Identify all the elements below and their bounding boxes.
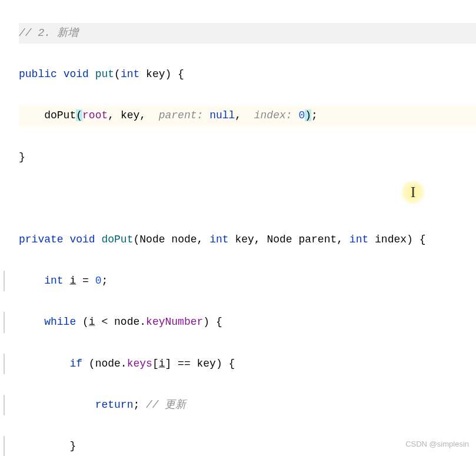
gutter-bar (4, 436, 5, 456)
code-line: // 2. 新增 (19, 23, 476, 44)
gutter-bar (4, 354, 5, 374)
method-name: doPut (101, 234, 133, 245)
identifier: i (69, 275, 76, 287)
code-editor[interactable]: // 2. 新增 public void put(int key) { doPu… (0, 0, 476, 456)
keyword: int (209, 234, 228, 245)
param: node (171, 234, 197, 245)
type: Node (267, 234, 292, 245)
param-hint: parent: (159, 109, 204, 121)
code-line: } (19, 147, 476, 168)
code-line: private void doPut(Node node, int key, N… (19, 229, 476, 250)
keyword: int (44, 275, 63, 287)
identifier: key (121, 109, 139, 121)
keyword: int (349, 234, 368, 245)
gutter-bar (4, 312, 5, 332)
keyword: null (209, 109, 235, 121)
comment: // 2. 新增 (19, 27, 78, 39)
param-hint: index: (254, 109, 292, 121)
keyword: return (95, 399, 134, 411)
gutter-bar (4, 271, 5, 291)
param: key (146, 68, 165, 80)
field: root (82, 109, 108, 121)
type: Node (139, 234, 165, 245)
method-name: put (95, 68, 114, 80)
code-line (19, 188, 476, 209)
code-line: return; // 更新 (19, 395, 476, 415)
keyword: while (44, 316, 76, 328)
keyword: private (19, 234, 64, 245)
number: 0 (95, 275, 102, 287)
code-line: int i = 0; (19, 271, 476, 291)
code-line: public void put(int key) { (19, 64, 476, 85)
watermark: CSDN @simplesin (405, 437, 469, 451)
paren-highlight: ( (76, 109, 82, 121)
field: keys (127, 358, 152, 370)
code-line: if (node.keys[i] == key) { (19, 354, 476, 374)
paren-highlight: ) (305, 109, 311, 121)
code-line: doPut(root, key, parent: null, index: 0)… (19, 105, 476, 126)
code-line: while (i < node.keyNumber) { (19, 312, 476, 332)
keyword: void (69, 234, 95, 245)
method-call: doPut (44, 109, 76, 121)
keyword: void (64, 68, 89, 80)
keyword: if (69, 358, 82, 370)
identifier: i (159, 358, 165, 370)
param: key (235, 234, 254, 245)
identifier: i (89, 316, 95, 328)
param: parent (298, 234, 337, 245)
keyword: public (19, 68, 57, 80)
param: index (375, 234, 407, 245)
comment: // 更新 (146, 399, 186, 411)
number: 0 (298, 109, 305, 121)
field: keyNumber (146, 316, 203, 328)
gutter-bar (4, 395, 5, 415)
keyword: int (121, 68, 139, 80)
